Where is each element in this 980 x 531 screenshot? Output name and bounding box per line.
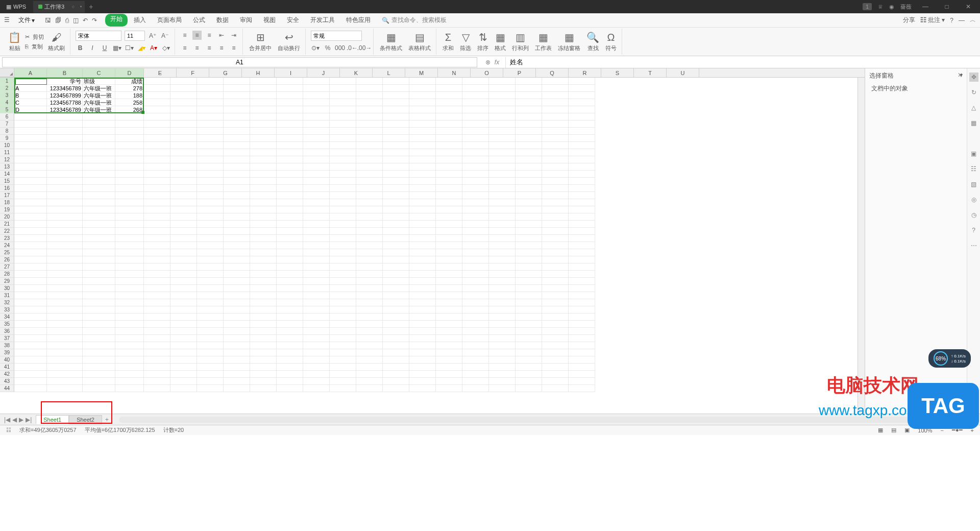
cut-button[interactable]: ✂剪切 <box>25 33 44 41</box>
cell-D15[interactable] <box>115 178 144 185</box>
select-all-corner[interactable] <box>0 68 14 77</box>
cell-K14[interactable] <box>303 171 330 178</box>
cell-O43[interactable] <box>409 378 436 385</box>
cell-Q12[interactable] <box>462 156 489 163</box>
cell-U40[interactable] <box>569 356 595 364</box>
cell-A41[interactable] <box>14 364 47 371</box>
cell-S34[interactable] <box>516 313 542 321</box>
workbook-tab[interactable]: 工作簿3 ○ • <box>33 1 85 13</box>
cell-Q14[interactable] <box>462 171 489 178</box>
maximize-button[interactable]: □ <box>939 3 954 10</box>
cell-Q4[interactable] <box>462 99 489 106</box>
cell-A24[interactable] <box>14 242 47 249</box>
cell-N39[interactable] <box>383 349 409 356</box>
cell-Q5[interactable] <box>462 106 489 113</box>
cell-U28[interactable] <box>569 271 595 278</box>
cell-D9[interactable] <box>115 135 144 142</box>
cell-Q39[interactable] <box>462 349 489 356</box>
cell-T26[interactable] <box>542 256 569 263</box>
cell-Q42[interactable] <box>462 371 489 378</box>
cell-L38[interactable] <box>330 342 356 349</box>
col-header-M[interactable]: M <box>405 68 438 77</box>
cell-K38[interactable] <box>303 342 330 349</box>
cell-L34[interactable] <box>330 313 356 321</box>
cell-G4[interactable] <box>197 99 224 106</box>
cell-Q36[interactable] <box>462 328 489 335</box>
cell-H40[interactable] <box>224 356 250 364</box>
cell-B6[interactable] <box>47 113 83 120</box>
cell-H15[interactable] <box>224 178 250 185</box>
cell-L21[interactable] <box>330 221 356 228</box>
cell-T35[interactable] <box>542 321 569 328</box>
cell-P31[interactable] <box>436 292 462 299</box>
cell-J38[interactable] <box>277 342 303 349</box>
cell-L32[interactable] <box>330 299 356 306</box>
cell-A27[interactable] <box>14 263 47 271</box>
cell-Q1[interactable] <box>462 78 489 85</box>
cell-D33[interactable] <box>115 306 144 313</box>
cell-R19[interactable] <box>489 206 516 213</box>
cell-P39[interactable] <box>436 349 462 356</box>
cell-N5[interactable] <box>383 106 409 113</box>
cell-K11[interactable] <box>303 149 330 156</box>
cell-B19[interactable] <box>47 206 83 213</box>
cell-L15[interactable] <box>330 178 356 185</box>
cell-A26[interactable] <box>14 256 47 263</box>
cell-N35[interactable] <box>383 321 409 328</box>
cell-M10[interactable] <box>356 142 383 149</box>
cell-Q34[interactable] <box>462 313 489 321</box>
cell-L6[interactable] <box>330 113 356 120</box>
cell-I22[interactable] <box>250 228 277 235</box>
cell-G42[interactable] <box>197 371 224 378</box>
cell-M22[interactable] <box>356 228 383 235</box>
cell-B44[interactable] <box>47 385 83 392</box>
col-header-I[interactable]: I <box>275 68 307 77</box>
user-name[interactable]: 薔薇 <box>900 3 912 11</box>
cell-D19[interactable] <box>115 206 144 213</box>
cell-O19[interactable] <box>409 206 436 213</box>
cell-B16[interactable] <box>47 185 83 192</box>
layout-icon[interactable]: ☷ <box>969 164 978 174</box>
cell-L16[interactable] <box>330 185 356 192</box>
cell-I33[interactable] <box>250 306 277 313</box>
cell-D22[interactable] <box>115 228 144 235</box>
cell-T21[interactable] <box>542 221 569 228</box>
cell-L13[interactable] <box>330 163 356 171</box>
bold-icon[interactable]: B <box>76 43 85 53</box>
cell-Q13[interactable] <box>462 163 489 171</box>
cell-R25[interactable] <box>489 249 516 256</box>
cell-H8[interactable] <box>224 128 250 135</box>
cell-C34[interactable] <box>83 313 115 321</box>
rowcol-button[interactable]: ▥行和列 <box>510 30 531 53</box>
cell-G16[interactable] <box>197 185 224 192</box>
cell-J19[interactable] <box>277 206 303 213</box>
cell-J31[interactable] <box>277 292 303 299</box>
cell-U16[interactable] <box>569 185 595 192</box>
cell-M14[interactable] <box>356 171 383 178</box>
cell-G19[interactable] <box>197 206 224 213</box>
cell-U1[interactable] <box>569 78 595 85</box>
cell-J26[interactable] <box>277 256 303 263</box>
cell-C21[interactable] <box>83 221 115 228</box>
cell-N4[interactable] <box>383 99 409 106</box>
sum-button[interactable]: Σ求和 <box>440 31 456 53</box>
distributed-icon[interactable]: ≡ <box>229 43 238 53</box>
cell-K3[interactable] <box>303 92 330 99</box>
cell-K10[interactable] <box>303 142 330 149</box>
cell-U35[interactable] <box>569 321 595 328</box>
merge-center-button[interactable]: ⊞合并居中 <box>247 30 274 53</box>
cell-O37[interactable] <box>409 335 436 342</box>
cell-K41[interactable] <box>303 364 330 371</box>
cell-C39[interactable] <box>83 349 115 356</box>
col-header-T[interactable]: T <box>634 68 667 77</box>
cell-B22[interactable] <box>47 228 83 235</box>
cell-T39[interactable] <box>542 349 569 356</box>
col-header-E[interactable]: E <box>144 68 177 77</box>
cell-H9[interactable] <box>224 135 250 142</box>
cell-C25[interactable] <box>83 249 115 256</box>
cell-H25[interactable] <box>224 249 250 256</box>
cell-C32[interactable] <box>83 299 115 306</box>
cell-G1[interactable] <box>197 78 224 85</box>
cell-C22[interactable] <box>83 228 115 235</box>
cell-K9[interactable] <box>303 135 330 142</box>
